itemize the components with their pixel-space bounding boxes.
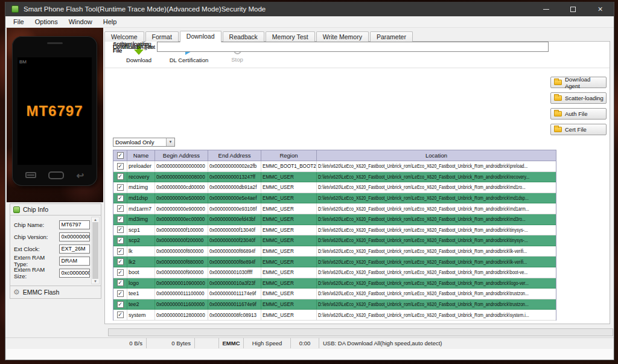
file-path-input[interactable]: ▼ — [157, 42, 549, 52]
scrollbar-thumb[interactable] — [92, 222, 98, 279]
cell-location: D:\letv\x620\LeEco_X620_Fastboot_Unbrick… — [317, 182, 556, 193]
tab[interactable]: Welcome — [104, 31, 144, 42]
header-end-address[interactable]: End Address — [208, 150, 261, 161]
maximize-button[interactable] — [559, 2, 587, 16]
phone-speaker — [47, 42, 63, 44]
status-usb-speed: High Speed — [244, 338, 291, 348]
table-row[interactable]: ✓ logo 0x0000000010900000 0x0000000010a3… — [113, 278, 556, 289]
cell-location: D:\letv\x620\LeEco_X620_Fastboot_Unbrick… — [317, 203, 556, 214]
progress-bar — [108, 328, 613, 336]
chip-info-row: Ext Clock: EXT_26M — [14, 243, 90, 255]
row-checkbox[interactable]: ✓ — [117, 248, 124, 255]
table-row[interactable]: ✓ tee2 0x0000000011600000 0x000000001167… — [113, 299, 556, 310]
header-name[interactable]: Name — [127, 150, 155, 161]
cell-name: recovery — [127, 172, 155, 182]
row-checkbox[interactable]: ✓ — [117, 195, 124, 202]
chip-info-row: Extern RAM Type: DRAM — [14, 255, 90, 267]
menu-item[interactable]: Window — [63, 18, 98, 25]
close-button[interactable]: × — [587, 2, 614, 16]
cell-begin-address: 0x000000000f800000 — [155, 246, 208, 257]
menu-item[interactable]: File — [8, 18, 30, 25]
cell-region: EMMC_USER — [261, 289, 317, 299]
cell-end-address: 0x000000000f13040f — [208, 225, 261, 235]
cell-end-address: 0x000000001030ffff — [208, 267, 261, 278]
row-checkbox[interactable]: ✓ — [117, 311, 124, 318]
menu-item[interactable]: Help — [98, 18, 123, 25]
maximize-icon — [570, 7, 576, 12]
row-checkbox[interactable]: ✓ — [117, 301, 124, 308]
status-flash-type: EMMC — [219, 338, 244, 348]
cell-region: EMMC_USER — [261, 246, 317, 257]
row-checkbox[interactable]: ✓ — [117, 184, 124, 191]
chip-info-icon — [13, 206, 20, 213]
row-checkbox[interactable]: ✓ — [117, 226, 124, 233]
table-row[interactable]: ✓ md1arm7 0x000000000e900000 0x000000000… — [113, 203, 556, 214]
row-checkbox-cell: ✓ — [113, 278, 127, 289]
table-row[interactable]: ✓ md1img 0x000000000cd00000 0x000000000d… — [113, 182, 556, 193]
download-mode-select[interactable]: Download Only ▼ — [113, 138, 175, 147]
minimize-button[interactable] — [532, 2, 559, 16]
phone-menu-icon — [25, 172, 36, 178]
menu-item[interactable]: Options — [30, 18, 63, 25]
table-row[interactable]: ✓ tee1 0x0000000011100000 0x000000001117… — [113, 289, 556, 299]
phone-home-icon — [48, 171, 64, 179]
table-row[interactable]: ✓ lk 0x000000000f800000 0x000000000f8689… — [113, 246, 556, 257]
header-begin-address[interactable]: Begin Address — [155, 150, 208, 161]
chip-info-scrollbar[interactable]: ▲ ▼ — [91, 217, 100, 284]
row-checkbox[interactable]: ✓ — [117, 279, 124, 286]
table-row[interactable]: ✓ scp1 0x000000000f100000 0x000000000f13… — [113, 225, 556, 236]
row-checkbox[interactable]: ✓ — [117, 173, 124, 180]
browse-button[interactable]: Auth File — [550, 108, 607, 120]
table-row[interactable]: ✓ boot 0x000000000f900000 0x000000001030… — [113, 267, 556, 278]
table-row[interactable]: ✓ md3img 0x000000000ec00000 0x000000000e… — [113, 214, 556, 225]
tab[interactable]: Readback — [223, 31, 264, 42]
table-row[interactable]: ✓ recovery 0x0000000000008000 0x00000000… — [113, 172, 556, 183]
row-checkbox[interactable]: ✓ — [117, 216, 124, 223]
cell-region: EMMC_USER — [261, 310, 317, 320]
cell-end-address: 0x000000000e93108f — [208, 203, 261, 214]
cell-end-address: 0x000000000002e2fb — [208, 161, 261, 171]
browse-button[interactable]: Download Agent — [550, 77, 607, 88]
scroll-down-icon[interactable]: ▼ — [94, 279, 97, 283]
cell-region: EMMC_USER — [261, 299, 317, 310]
cell-location: D:\letv\x620\LeEco_X620_Fastboot_Unbrick… — [317, 267, 556, 278]
chip-field-label: Ext Clock: — [14, 246, 59, 252]
table-row[interactable]: ✓ scp2 0x000000000f200000 0x000000000f23… — [113, 235, 556, 246]
chip-field-value: 0x00000000 — [59, 232, 90, 241]
file-field-label: Certification File — [113, 43, 157, 50]
tab[interactable]: Parameter — [370, 31, 413, 42]
table-row[interactable]: ✓ lk2 0x000000000f880000 0x000000000f8e8… — [113, 257, 556, 267]
table-row[interactable]: ✓ preloader 0x0000000000000000 0x0000000… — [113, 161, 556, 172]
cell-begin-address: 0x0000000000000000 — [155, 161, 208, 171]
row-checkbox[interactable]: ✓ — [117, 237, 124, 244]
row-checkbox[interactable]: ✓ — [117, 269, 124, 276]
tab[interactable]: Format — [145, 31, 179, 42]
scroll-up-icon[interactable]: ▲ — [94, 218, 97, 222]
cell-begin-address: 0x0000000010900000 — [155, 278, 208, 289]
select-all-checkbox[interactable]: ✓ — [113, 150, 127, 161]
cell-end-address: 0x000000000f8e894f — [208, 257, 261, 267]
row-checkbox[interactable]: ✓ — [117, 258, 124, 265]
cell-location: D:\letv\x620\LeEco_X620_Fastboot_Unbrick… — [317, 289, 556, 299]
chevron-down-icon[interactable]: ▼ — [166, 138, 174, 146]
tab[interactable]: Download — [180, 31, 221, 42]
status-speed: 0 B/s — [5, 338, 147, 348]
row-checkbox[interactable]: ✓ — [117, 290, 124, 297]
cell-begin-address: 0x000000000cd00000 — [155, 182, 208, 193]
download-action-label: Download — [126, 57, 151, 63]
cell-begin-address: 0x000000000e900000 — [155, 203, 208, 214]
tab[interactable]: Memory Test — [266, 31, 315, 42]
header-location[interactable]: Location — [317, 150, 556, 161]
flash-type-footer: ⚙ EMMC Flash — [10, 286, 101, 298]
header-region[interactable]: Region — [261, 150, 317, 161]
row-checkbox[interactable]: ✓ — [117, 205, 124, 212]
browse-button[interactable]: Cert File — [550, 124, 607, 135]
table-row[interactable]: ✓ system 0x0000000012800000 0x000000008f… — [113, 310, 556, 321]
table-row[interactable]: ✓ md1dsp 0x000000000e500000 0x000000000e… — [113, 193, 556, 204]
cell-location: D:\letv\x620\LeEco_X620_Fastboot_Unbrick… — [317, 246, 556, 257]
tab[interactable]: Write Memory — [316, 31, 369, 42]
row-checkbox[interactable]: ✓ — [117, 163, 124, 170]
folder-icon — [554, 127, 562, 132]
browse-button[interactable]: Scatter-loading — [550, 92, 607, 104]
minimize-icon — [543, 9, 549, 10]
